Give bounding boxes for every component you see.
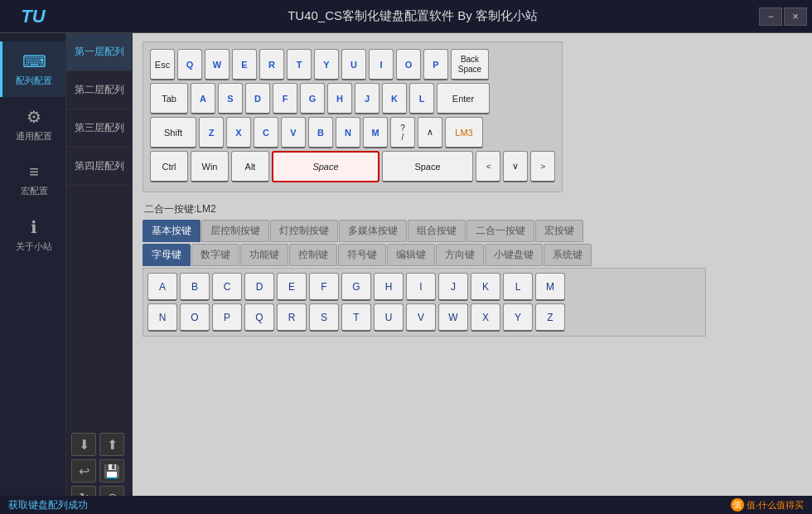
import-button[interactable]: ⬇: [71, 433, 96, 456]
key-grid-item-r[interactable]: R: [277, 303, 307, 332]
key-ctrl[interactable]: Ctrl: [150, 151, 188, 182]
tab-basic[interactable]: 基本按键: [143, 220, 201, 242]
tab-edit[interactable]: 编辑键: [387, 244, 435, 266]
undo-button[interactable]: ↩: [71, 459, 96, 482]
tab-combo[interactable]: 组合按键: [408, 220, 466, 242]
key-f[interactable]: F: [273, 83, 297, 114]
window-controls: － ×: [759, 7, 812, 26]
key-grid-item-m[interactable]: M: [535, 273, 565, 301]
key-grid-item-o[interactable]: O: [180, 303, 210, 332]
key-grid-item-a[interactable]: A: [147, 273, 177, 301]
key-j[interactable]: J: [355, 83, 379, 114]
key-x[interactable]: X: [226, 117, 251, 148]
key-y[interactable]: Y: [314, 49, 339, 80]
tab-numpad[interactable]: 小键盘键: [485, 244, 543, 266]
key-alt[interactable]: Alt: [231, 151, 269, 182]
tab-dual[interactable]: 二合一按键: [466, 220, 534, 242]
sidebar-item-peilie[interactable]: ⌨ 配列配置: [0, 41, 65, 97]
key-z[interactable]: Z: [199, 117, 224, 148]
tab-numbers[interactable]: 数字键: [191, 244, 239, 266]
key-t[interactable]: T: [287, 49, 312, 80]
key-o[interactable]: O: [396, 49, 421, 80]
key-grid-item-s[interactable]: S: [309, 303, 339, 332]
key-grid-item-d[interactable]: D: [244, 273, 274, 301]
tab-letters[interactable]: 字母键: [143, 244, 191, 266]
key-down[interactable]: ∨: [503, 151, 528, 182]
tab-layer-ctrl[interactable]: 层控制按键: [201, 220, 269, 242]
export-button[interactable]: ⬆: [99, 433, 124, 456]
key-e[interactable]: E: [232, 49, 257, 80]
key-w[interactable]: W: [205, 49, 230, 80]
key-grid-item-x[interactable]: X: [471, 303, 500, 332]
key-grid-item-e[interactable]: E: [277, 273, 307, 301]
key-backspace[interactable]: BackSpace: [451, 49, 489, 80]
key-grid-item-j[interactable]: J: [438, 273, 468, 301]
sidebar-item-tongyong[interactable]: ⚙ 通用配置: [0, 97, 65, 153]
key-space-left[interactable]: Space: [272, 151, 379, 182]
key-grid-item-z[interactable]: Z: [535, 303, 565, 332]
key-q[interactable]: Q: [177, 49, 202, 80]
key-grid-item-q[interactable]: Q: [244, 303, 274, 332]
key-u[interactable]: U: [341, 49, 366, 80]
key-v[interactable]: V: [281, 117, 306, 148]
key-grid-item-y[interactable]: Y: [503, 303, 533, 332]
key-l[interactable]: L: [409, 83, 434, 114]
key-grid-item-f[interactable]: F: [309, 273, 339, 301]
tab-system[interactable]: 系统键: [544, 244, 592, 266]
tab-function[interactable]: 功能键: [240, 244, 288, 266]
key-grid-item-v[interactable]: V: [406, 303, 436, 332]
key-grid-item-k[interactable]: K: [471, 273, 500, 301]
key-shift[interactable]: Shift: [150, 117, 196, 148]
key-b[interactable]: B: [308, 117, 333, 148]
key-grid-item-b[interactable]: B: [180, 273, 210, 301]
tab-symbol[interactable]: 符号键: [338, 244, 386, 266]
key-grid-item-c[interactable]: C: [212, 273, 242, 301]
key-a[interactable]: A: [191, 83, 215, 114]
key-grid-item-g[interactable]: G: [341, 273, 371, 301]
key-enter[interactable]: Enter: [437, 83, 490, 114]
layer-4[interactable]: 第四层配列: [66, 148, 132, 186]
key-grid-row: NOPQRSTUVWXYZ: [147, 303, 701, 332]
key-grid-item-w[interactable]: W: [438, 303, 468, 332]
key-s[interactable]: S: [218, 83, 243, 114]
tab-media[interactable]: 多媒体按键: [339, 220, 407, 242]
tab-control[interactable]: 控制键: [289, 244, 337, 266]
key-p[interactable]: P: [423, 49, 448, 80]
save-button[interactable]: 💾: [99, 459, 124, 482]
key-h[interactable]: H: [327, 83, 352, 114]
key-d[interactable]: D: [245, 83, 270, 114]
key-esc[interactable]: Esc: [150, 49, 175, 80]
tab-macro[interactable]: 宏按键: [535, 220, 583, 242]
key-grid-item-u[interactable]: U: [374, 303, 404, 332]
close-button[interactable]: ×: [784, 7, 807, 26]
tab-direction[interactable]: 方向键: [436, 244, 484, 266]
key-left[interactable]: ＜: [476, 151, 500, 182]
key-up[interactable]: ∧: [418, 117, 442, 148]
key-win[interactable]: Win: [191, 151, 229, 182]
key-m[interactable]: M: [363, 117, 388, 148]
key-lm3[interactable]: LM3: [445, 117, 483, 148]
key-grid-item-i[interactable]: I: [406, 273, 436, 301]
tab-light-ctrl[interactable]: 灯控制按键: [270, 220, 338, 242]
sidebar-item-hongpeizhi[interactable]: ≡ 宏配置: [0, 153, 65, 207]
key-grid-item-t[interactable]: T: [341, 303, 371, 332]
key-c[interactable]: C: [254, 117, 278, 148]
key-grid-item-h[interactable]: H: [374, 273, 404, 301]
layer-1[interactable]: 第一层配列: [66, 33, 132, 71]
key-g[interactable]: G: [300, 83, 325, 114]
key-slash[interactable]: ?/: [390, 117, 415, 148]
key-i[interactable]: I: [369, 49, 394, 80]
key-r[interactable]: R: [259, 49, 284, 80]
layer-2[interactable]: 第二层配列: [66, 71, 132, 109]
minimize-button[interactable]: －: [759, 7, 782, 26]
key-space-right[interactable]: Space: [382, 151, 473, 182]
layer-3[interactable]: 第三层配列: [66, 109, 132, 148]
key-grid-item-p[interactable]: P: [212, 303, 242, 332]
key-grid-item-n[interactable]: N: [147, 303, 177, 332]
sidebar-item-about[interactable]: ℹ 关于小站: [0, 207, 65, 263]
key-k[interactable]: K: [382, 83, 407, 114]
key-tab[interactable]: Tab: [150, 83, 188, 114]
key-right[interactable]: ＞: [530, 151, 555, 182]
key-grid-item-l[interactable]: L: [503, 273, 533, 301]
key-n[interactable]: N: [336, 117, 360, 148]
